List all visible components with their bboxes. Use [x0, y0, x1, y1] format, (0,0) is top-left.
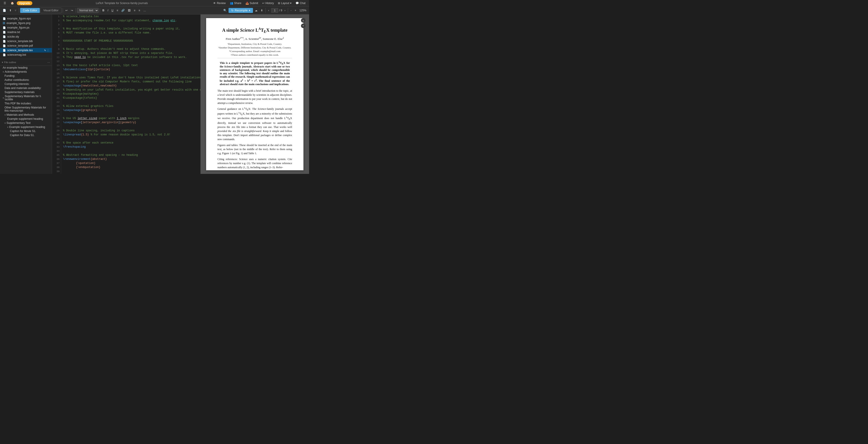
code-line[interactable]	[63, 71, 200, 76]
underline-btn[interactable]: U	[110, 8, 115, 12]
code-line[interactable]	[63, 43, 200, 47]
code-line[interactable]	[63, 169, 200, 173]
code-line[interactable]: \frenchspacing	[63, 145, 200, 149]
file-item-png[interactable]: 🖼 example_figure.png	[0, 21, 52, 25]
code-line[interactable]	[63, 137, 200, 141]
code-line[interactable]: % It's annoying, but please do NOT strip…	[63, 51, 200, 55]
code-line[interactable]: % See accompanying readme.txt for copyri…	[63, 19, 200, 23]
scroll-down-arrow[interactable]: ▼	[301, 24, 306, 28]
code-line[interactable]: %%%%%%%%%%%% START OF PREAMBLE %%%%%%%%%…	[63, 39, 200, 43]
bold-btn[interactable]: B	[101, 8, 106, 12]
visual-editor-tab[interactable]: Visual Editor	[40, 8, 61, 13]
outline-item-supplementary-materials[interactable]: Supplementary materials	[0, 90, 52, 94]
outline-item-an-example-heading[interactable]: An example heading	[0, 66, 52, 70]
outline-item-acknowledgments[interactable]: ▾ Acknowledgments	[0, 70, 52, 74]
file-item-sty[interactable]: 📄 scicite.sty	[0, 34, 52, 39]
italic-btn[interactable]: I	[106, 8, 110, 12]
code-line[interactable]	[63, 59, 200, 63]
review-menu[interactable]: 👁 Review	[211, 1, 227, 5]
submit-menu[interactable]: 📤 Submit	[244, 1, 260, 5]
search-btn[interactable]: 🔍	[222, 8, 228, 12]
code-editor-tab[interactable]: Code Editor	[20, 8, 40, 13]
code-line[interactable]: % Any modification of this template, inc…	[63, 27, 200, 31]
code-line[interactable]: % fine) or prefer the old Computer Moder…	[63, 80, 200, 84]
code-line[interactable]: \documentclass[12pt]{article}	[63, 67, 200, 71]
code-editor[interactable]: 1234567891011121314151617181920212223242…	[52, 14, 200, 174]
code-line[interactable]: % Basic setup. Authors shouldn't need to…	[63, 47, 200, 51]
outline-item-caption-movie[interactable]: Caption for Movie S1.	[0, 129, 52, 133]
outline-item-caption-data[interactable]: Caption for Data S1.	[0, 133, 52, 137]
outline-item-author-contributions[interactable]: Author contributions:	[0, 78, 52, 82]
outline-more-icon[interactable]: ···	[47, 60, 50, 64]
code-line[interactable]: {\quotation}	[63, 161, 200, 165]
history-menu[interactable]: ↩ History	[260, 1, 276, 5]
layout-menu[interactable]: ⊞ Layout ▾	[276, 1, 293, 5]
download-btn[interactable]: ⬇	[259, 8, 264, 12]
git-btn[interactable]: ⑂	[13, 8, 18, 12]
code-line[interactable]: {\endquotation}	[63, 165, 200, 169]
code-line[interactable]: % Use US letter sized paper with 1 inch …	[63, 116, 200, 120]
undo-btn[interactable]: ↩	[64, 8, 69, 12]
recompile-button[interactable]: ↻ Recompile ▾	[228, 8, 253, 13]
more-btn[interactable]: …	[142, 8, 147, 12]
code-line[interactable]: %\usepackage{mathptmx}	[63, 92, 200, 96]
redo-btn[interactable]: ↪	[69, 8, 74, 12]
file-new-btn[interactable]: 📄	[1, 8, 7, 12]
link-btn[interactable]: 🔗	[120, 8, 126, 12]
code-line[interactable]: %\usepackage{txfonts}	[63, 96, 200, 100]
code-line[interactable]: % Abstract formatting and spacing - no h…	[63, 153, 200, 157]
more-format-btn[interactable]: ≡	[115, 8, 120, 12]
code-line[interactable]: % Use the basic LaTeX article class, 12p…	[63, 63, 200, 67]
code-line[interactable]: % No date in the title section	[63, 173, 200, 174]
code-line[interactable]	[63, 149, 200, 153]
outline-item-example-heading-2[interactable]: ▾ Example supplement heading	[0, 125, 52, 129]
page-number-input[interactable]	[271, 8, 278, 13]
tex-more-icon[interactable]: ⋮	[47, 49, 49, 52]
upgrade-button[interactable]: Upgrade	[17, 1, 32, 5]
outline-item-supp-text[interactable]: ▾ Supplementary Text	[0, 121, 52, 125]
prev-page-btn[interactable]: ‹	[267, 8, 270, 12]
outline-item-competing-interests[interactable]: Competing interests:	[0, 82, 52, 86]
outline-item-supp-materials-for[interactable]: ▾ Supplementary Materials for \\ \scitit…	[0, 94, 52, 101]
outline-item-materials-methods[interactable]: ▾ Materials and Methods	[0, 113, 52, 117]
code-line[interactable]	[63, 112, 200, 116]
cloud-btn[interactable]: ☁	[253, 8, 259, 12]
outline-item-example-heading-1[interactable]: Example supplement heading	[0, 117, 52, 121]
file-item-eps[interactable]: 📄 example_figure.eps	[0, 16, 52, 21]
code-line[interactable]: % Allow external graphics files	[63, 104, 200, 108]
code-line[interactable]: % One space after each sentence	[63, 141, 200, 145]
file-item-ps[interactable]: 📄 example_figure.ps	[0, 25, 52, 30]
zoom-out-btn[interactable]: -	[289, 8, 293, 12]
code-line[interactable]	[63, 124, 200, 128]
file-item-bst[interactable]: 📄 sciencemag.bst	[0, 53, 52, 57]
code-line[interactable]: \renewenvironment{abstract}	[63, 157, 200, 161]
file-item-bib[interactable]: 📄 science_template.bib	[0, 39, 52, 43]
code-line[interactable]: % They need to be included in this .tex …	[63, 55, 200, 59]
home-icon[interactable]: 🏠	[9, 1, 16, 5]
file-item-tex[interactable]: 📄 science_template.tex ✎ ⋮	[0, 48, 52, 53]
code-line[interactable]: % Science uses Times font. If you don't …	[63, 76, 200, 80]
code-line[interactable]	[63, 100, 200, 104]
tex-edit-icon[interactable]: ✎	[44, 49, 46, 52]
code-line[interactable]: % MUST rename the file i.e. use a differ…	[63, 31, 200, 35]
code-line[interactable]: % Double line spacing, including in capt…	[63, 128, 200, 133]
list-btn[interactable]: ≡	[132, 8, 137, 12]
file-item-pdf[interactable]: 📄 science_template.pdf	[0, 43, 52, 48]
chat-menu[interactable]: 💬 Chat	[294, 1, 307, 5]
share-menu[interactable]: 👥 Share	[228, 1, 243, 5]
menu-icon[interactable]: ☰	[2, 1, 8, 5]
outline-item-this-pdf[interactable]: This PDF file includes:	[0, 101, 52, 106]
code-line[interactable]: \usepackage[letterpaper,margin=1in]{geom…	[63, 120, 200, 124]
code-line[interactable]: \linespread{1.5} % For some reason doubl…	[63, 133, 200, 137]
zoom-in-btn[interactable]: +	[293, 8, 298, 12]
outline-item-data-materials[interactable]: Data and materials availability:	[0, 86, 52, 90]
code-line[interactable]	[63, 23, 200, 27]
code-line[interactable]	[63, 35, 200, 39]
code-line[interactable]: \usepackage{graphicx}	[63, 108, 200, 112]
list-ordered-btn[interactable]: ≡	[137, 8, 142, 12]
outline-expand-icon[interactable]: ▾	[2, 61, 3, 64]
next-page-btn[interactable]: ›	[283, 8, 287, 12]
file-upload-btn[interactable]: ⬆	[8, 8, 13, 12]
scroll-up-arrow[interactable]: ▲	[301, 18, 306, 23]
outline-item-other-supp[interactable]: Other Supplementary Materials for this m…	[0, 106, 52, 113]
